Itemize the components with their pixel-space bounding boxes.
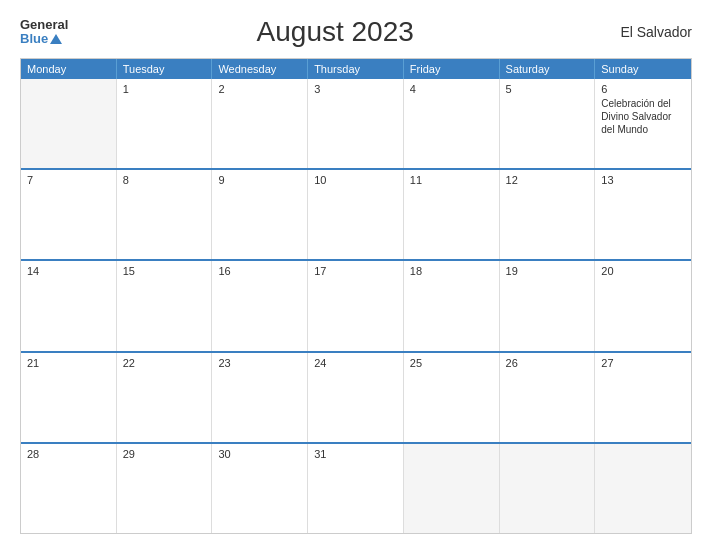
calendar-cell[interactable]: 14 [21, 261, 117, 350]
cell-date: 21 [27, 357, 110, 369]
cell-date: 8 [123, 174, 206, 186]
week-row-3: 14151617181920 [21, 259, 691, 350]
cell-date: 16 [218, 265, 301, 277]
day-header-friday: Friday [404, 59, 500, 79]
month-title: August 2023 [68, 16, 602, 48]
calendar-cell[interactable]: 25 [404, 353, 500, 442]
logo-blue-text: Blue [20, 32, 48, 46]
cell-date: 19 [506, 265, 589, 277]
calendar-cell[interactable] [404, 444, 500, 533]
cell-date: 29 [123, 448, 206, 460]
calendar-cell[interactable]: 27 [595, 353, 691, 442]
calendar-cell[interactable] [595, 444, 691, 533]
cell-date: 28 [27, 448, 110, 460]
calendar-cell[interactable]: 8 [117, 170, 213, 259]
calendar-cell[interactable]: 4 [404, 79, 500, 168]
calendar-cell[interactable]: 28 [21, 444, 117, 533]
day-header-thursday: Thursday [308, 59, 404, 79]
logo: General Blue [20, 18, 68, 47]
calendar-cell[interactable]: 12 [500, 170, 596, 259]
cell-date: 25 [410, 357, 493, 369]
calendar-grid: Monday Tuesday Wednesday Thursday Friday… [20, 58, 692, 534]
calendar-cell[interactable]: 5 [500, 79, 596, 168]
cell-date: 5 [506, 83, 589, 95]
calendar-cell[interactable]: 11 [404, 170, 500, 259]
cell-date: 22 [123, 357, 206, 369]
calendar-cell[interactable]: 22 [117, 353, 213, 442]
cell-date: 30 [218, 448, 301, 460]
calendar-cell[interactable]: 18 [404, 261, 500, 350]
calendar-cell[interactable]: 30 [212, 444, 308, 533]
cell-date: 2 [218, 83, 301, 95]
day-header-tuesday: Tuesday [117, 59, 213, 79]
days-header: Monday Tuesday Wednesday Thursday Friday… [21, 59, 691, 79]
day-header-monday: Monday [21, 59, 117, 79]
cell-event: Celebración del Divino Salvador del Mund… [601, 97, 685, 136]
cell-date: 13 [601, 174, 685, 186]
weeks-container: 123456Celebración del Divino Salvador de… [21, 79, 691, 533]
cell-date: 11 [410, 174, 493, 186]
calendar-cell[interactable]: 15 [117, 261, 213, 350]
week-row-2: 78910111213 [21, 168, 691, 259]
cell-date: 7 [27, 174, 110, 186]
calendar-cell[interactable]: 2 [212, 79, 308, 168]
day-header-saturday: Saturday [500, 59, 596, 79]
calendar-cell[interactable]: 6Celebración del Divino Salvador del Mun… [595, 79, 691, 168]
calendar-cell[interactable]: 9 [212, 170, 308, 259]
calendar-cell[interactable]: 31 [308, 444, 404, 533]
cell-date: 27 [601, 357, 685, 369]
calendar-page: General Blue August 2023 El Salvador Mon… [0, 0, 712, 550]
cell-date: 4 [410, 83, 493, 95]
calendar-cell[interactable]: 17 [308, 261, 404, 350]
logo-triangle-icon [50, 34, 62, 44]
calendar-cell[interactable]: 3 [308, 79, 404, 168]
country-label: El Salvador [602, 24, 692, 40]
calendar-cell[interactable]: 10 [308, 170, 404, 259]
calendar-cell[interactable]: 26 [500, 353, 596, 442]
cell-date: 3 [314, 83, 397, 95]
calendar-cell[interactable]: 19 [500, 261, 596, 350]
week-row-5: 28293031 [21, 442, 691, 533]
cell-date: 1 [123, 83, 206, 95]
header: General Blue August 2023 El Salvador [20, 16, 692, 48]
cell-date: 23 [218, 357, 301, 369]
cell-date: 17 [314, 265, 397, 277]
week-row-1: 123456Celebración del Divino Salvador de… [21, 79, 691, 168]
calendar-cell[interactable]: 21 [21, 353, 117, 442]
cell-date: 6 [601, 83, 685, 95]
cell-date: 18 [410, 265, 493, 277]
logo-general-text: General [20, 18, 68, 32]
calendar-cell[interactable]: 29 [117, 444, 213, 533]
calendar-cell[interactable]: 7 [21, 170, 117, 259]
calendar-cell[interactable]: 1 [117, 79, 213, 168]
calendar-cell[interactable] [21, 79, 117, 168]
calendar-cell[interactable] [500, 444, 596, 533]
day-header-sunday: Sunday [595, 59, 691, 79]
week-row-4: 21222324252627 [21, 351, 691, 442]
cell-date: 15 [123, 265, 206, 277]
calendar-cell[interactable]: 23 [212, 353, 308, 442]
cell-date: 26 [506, 357, 589, 369]
cell-date: 20 [601, 265, 685, 277]
cell-date: 9 [218, 174, 301, 186]
calendar-cell[interactable]: 13 [595, 170, 691, 259]
calendar-cell[interactable]: 20 [595, 261, 691, 350]
cell-date: 31 [314, 448, 397, 460]
cell-date: 24 [314, 357, 397, 369]
day-header-wednesday: Wednesday [212, 59, 308, 79]
cell-date: 12 [506, 174, 589, 186]
cell-date: 14 [27, 265, 110, 277]
calendar-cell[interactable]: 16 [212, 261, 308, 350]
cell-date: 10 [314, 174, 397, 186]
calendar-cell[interactable]: 24 [308, 353, 404, 442]
